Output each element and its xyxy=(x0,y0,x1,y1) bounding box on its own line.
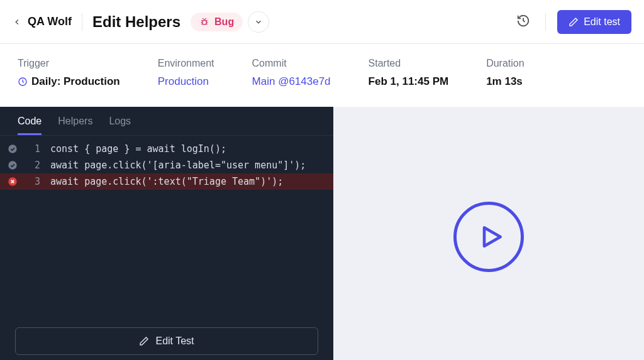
meta-environment: Environment Production xyxy=(158,58,214,88)
status-badge-label: Bug xyxy=(214,16,234,28)
check-circle-icon xyxy=(8,160,18,170)
svg-line-9 xyxy=(206,23,208,24)
line-number: 2 xyxy=(25,160,40,171)
back-button[interactable] xyxy=(13,18,21,26)
meta-row: Trigger Daily: Production Environment Pr… xyxy=(0,44,644,107)
svg-point-11 xyxy=(8,145,16,153)
code-pane: Code Helpers Logs 1const { page } = awai… xyxy=(0,107,333,360)
line-status-fail xyxy=(0,177,25,187)
svg-line-3 xyxy=(205,18,206,19)
history-button[interactable] xyxy=(513,10,534,34)
chevron-down-icon xyxy=(254,18,263,26)
history-icon xyxy=(516,14,530,28)
page-title: Edit Helpers xyxy=(92,13,180,31)
meta-value-started: Feb 1, 11:45 PM xyxy=(369,75,449,88)
svg-point-0 xyxy=(203,20,207,25)
pencil-icon xyxy=(569,17,579,27)
svg-line-8 xyxy=(201,23,203,24)
edit-test-button-label: Edit Test xyxy=(155,335,194,347)
code-line[interactable]: 2await page.click('[aria-label="user men… xyxy=(0,157,333,173)
clock-icon xyxy=(18,77,28,87)
meta-label: Trigger xyxy=(18,58,120,69)
code-line[interactable]: 1const { page } = await logIn(); xyxy=(0,141,333,157)
header: QA Wolf Edit Helpers Bug Edit test xyxy=(0,0,644,44)
bug-icon xyxy=(199,17,209,27)
separator xyxy=(82,13,82,31)
code-body: 1const { page } = await logIn();2await p… xyxy=(0,136,333,317)
edit-test-button-footer[interactable]: Edit Test xyxy=(15,327,318,355)
svg-point-12 xyxy=(8,161,16,169)
meta-commit: Commit Main @6143e7d xyxy=(252,58,331,88)
preview-pane xyxy=(333,107,644,360)
code-line[interactable]: 3await page.click(':text("Triage Team")'… xyxy=(0,173,333,190)
edit-test-button-label: Edit test xyxy=(584,16,620,28)
meta-label: Started xyxy=(369,58,449,69)
status-badge-bug[interactable]: Bug xyxy=(191,13,243,31)
meta-value-text: Daily: Production xyxy=(31,75,120,88)
svg-marker-16 xyxy=(484,227,501,246)
meta-label: Duration xyxy=(486,58,524,69)
breadcrumb[interactable]: QA Wolf xyxy=(28,15,72,28)
meta-value-commit[interactable]: Main @6143e7d xyxy=(252,75,331,88)
line-code: await page.click(':text("Triage Team")')… xyxy=(50,176,283,187)
line-number: 1 xyxy=(25,143,40,155)
meta-trigger: Trigger Daily: Production xyxy=(18,58,120,88)
check-circle-icon xyxy=(8,144,18,154)
tab-logs[interactable]: Logs xyxy=(109,116,131,135)
x-circle-icon xyxy=(8,177,18,187)
svg-line-2 xyxy=(203,18,203,19)
meta-label: Commit xyxy=(252,58,331,69)
line-code: const { page } = await logIn(); xyxy=(50,143,226,155)
svg-line-6 xyxy=(201,20,203,21)
code-tabs: Code Helpers Logs xyxy=(0,107,333,136)
separator xyxy=(545,13,546,31)
line-status-pass xyxy=(0,160,25,170)
meta-value-trigger: Daily: Production xyxy=(18,75,120,88)
line-number: 3 xyxy=(25,176,40,187)
line-code: await page.click('[aria-label="user menu… xyxy=(50,160,306,171)
line-status-pass xyxy=(0,144,25,154)
meta-started: Started Feb 1, 11:45 PM xyxy=(369,58,449,88)
svg-line-7 xyxy=(206,20,208,21)
edit-test-button-header[interactable]: Edit test xyxy=(557,10,631,34)
meta-label: Environment xyxy=(158,58,214,69)
status-dropdown-button[interactable] xyxy=(248,11,269,33)
meta-value-duration: 1m 13s xyxy=(486,75,524,88)
pencil-icon xyxy=(139,336,149,346)
meta-duration: Duration 1m 13s xyxy=(486,58,524,88)
tab-helpers[interactable]: Helpers xyxy=(58,116,92,135)
play-icon xyxy=(477,223,505,251)
play-button[interactable] xyxy=(453,202,524,272)
tab-code[interactable]: Code xyxy=(18,116,42,135)
meta-value-environment[interactable]: Production xyxy=(158,75,214,88)
